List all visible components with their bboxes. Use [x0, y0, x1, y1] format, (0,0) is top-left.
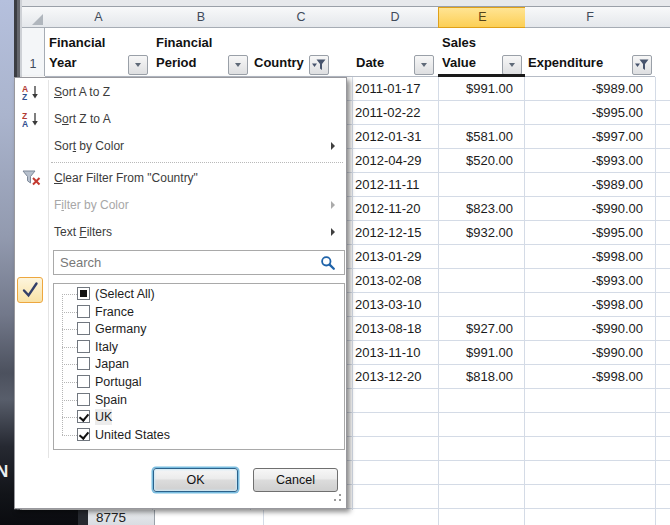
sales-value-cell[interactable]: $927.00 — [438, 317, 513, 340]
checkbox[interactable] — [77, 410, 90, 423]
expenditure-cell[interactable]: -$998.00 — [524, 293, 643, 316]
sales-value-cell[interactable]: $932.00 — [438, 221, 513, 244]
expenditure-cell[interactable]: -$990.00 — [524, 317, 643, 340]
checkbox[interactable] — [77, 357, 90, 370]
expenditure-cell[interactable]: -$998.00 — [524, 365, 643, 388]
filter-active-button-expenditure[interactable] — [632, 55, 652, 75]
column-header-c[interactable]: C — [250, 7, 353, 28]
tree-connector-stub — [62, 382, 77, 383]
filter-active-button-country[interactable] — [309, 55, 329, 75]
menu-item-sort-z-to-a[interactable]: Z A Sort Z to A — [15, 106, 345, 133]
menu-item-text-filters[interactable]: Text Filters — [15, 219, 345, 246]
expenditure-cell[interactable]: -$990.00 — [524, 341, 643, 364]
list-item[interactable]: Germany — [54, 321, 344, 339]
column-header-d[interactable]: D — [352, 7, 439, 28]
tree-connector-stub — [62, 400, 77, 401]
checkbox[interactable] — [77, 322, 90, 335]
menu-item-sort-a-to-z[interactable]: A Z Sort A to Z — [15, 79, 345, 106]
checkbox[interactable] — [77, 375, 90, 388]
chevron-down-icon — [421, 63, 427, 67]
menu-item-filter-by-color[interactable]: Filter by Color — [15, 192, 345, 219]
row-header-1[interactable]: 1 — [22, 28, 45, 76]
tree-connector-stub — [62, 347, 77, 348]
list-item-label: Spain — [95, 392, 127, 408]
list-item[interactable]: Japan — [54, 356, 344, 374]
list-item-label: UK — [95, 409, 112, 425]
sales-value-cell[interactable]: $991.00 — [438, 341, 513, 364]
date-cell[interactable]: 2012-12-15 — [355, 221, 422, 244]
date-cell[interactable]: 2013-03-10 — [355, 293, 422, 316]
filter-dropdown-button-date[interactable] — [414, 55, 434, 75]
sales-value-cell[interactable]: $581.00 — [438, 125, 513, 148]
date-cell[interactable]: 2012-11-20 — [355, 197, 421, 220]
sales-value-cell[interactable]: $818.00 — [438, 365, 513, 388]
checkbox[interactable] — [77, 428, 90, 441]
tree-connector-stub — [62, 417, 77, 418]
expenditure-cell[interactable]: -$989.00 — [524, 173, 643, 196]
filter-dropdown-button-period[interactable] — [228, 55, 248, 75]
date-cell[interactable]: 2013-12-20 — [355, 365, 422, 388]
svg-text:A: A — [22, 119, 28, 128]
checkbox[interactable] — [77, 393, 90, 406]
apply-check-button[interactable] — [17, 277, 43, 303]
column-header-e-selected[interactable]: E — [438, 7, 527, 28]
filter-dropdown-button-value[interactable] — [502, 55, 522, 75]
expenditure-cell[interactable]: -$995.00 — [524, 221, 643, 244]
select-all-corner[interactable] — [22, 7, 46, 28]
column-header-g-partial[interactable] — [655, 7, 670, 28]
sales-value-cell[interactable]: $991.00 — [438, 77, 513, 100]
column-header-a[interactable]: A — [45, 7, 153, 28]
expenditure-cell[interactable]: -$998.00 — [524, 245, 643, 268]
expenditure-cell[interactable]: -$993.00 — [524, 149, 643, 172]
tree-connector-stub — [62, 435, 77, 436]
date-cell[interactable]: 2013-11-10 — [355, 341, 421, 364]
expenditure-cell[interactable]: -$990.00 — [524, 197, 643, 220]
list-item[interactable]: Portugal — [54, 374, 344, 392]
cell-c1[interactable]: Country — [250, 28, 352, 77]
list-item-label: France — [95, 304, 134, 320]
date-cell[interactable]: 2013-01-29 — [355, 245, 422, 268]
chevron-down-icon — [235, 63, 241, 67]
list-item[interactable]: France — [54, 304, 344, 322]
column-header-f[interactable]: F — [525, 7, 656, 28]
funnel-filter-icon — [312, 59, 326, 71]
autofilter-menu: A Z Sort A to Z Z A Sort Z to A Sort by … — [14, 77, 347, 509]
expenditure-cell[interactable]: -$989.00 — [524, 77, 643, 100]
resize-grip[interactable] — [328, 494, 342, 505]
date-cell[interactable]: 2011-01-17 — [355, 77, 421, 100]
expenditure-cell[interactable]: -$993.00 — [524, 269, 643, 292]
submenu-arrow-icon — [331, 201, 335, 209]
funnel-filter-icon — [635, 59, 649, 71]
tree-connector-stub — [62, 364, 77, 365]
date-cell[interactable]: 2012-11-11 — [355, 173, 420, 196]
sales-value-cell[interactable]: $823.00 — [438, 197, 513, 220]
checkbox[interactable] — [77, 340, 90, 353]
search-input[interactable]: Search — [53, 250, 345, 275]
list-item[interactable]: (Select All) — [54, 286, 344, 304]
checkbox[interactable] — [77, 305, 90, 318]
date-cell[interactable]: 2011-02-22 — [355, 101, 421, 124]
date-cell[interactable]: 2012-04-29 — [355, 149, 422, 172]
date-cell[interactable]: 2012-01-31 — [355, 125, 422, 148]
formula-bar-bottom-strip — [22, 0, 670, 7]
row-header-8775[interactable]: 8775 — [88, 510, 155, 525]
menu-item-sort-by-color[interactable]: Sort by Color — [15, 133, 345, 160]
column-header-b[interactable]: B — [152, 7, 251, 28]
filter-value-list[interactable]: (Select All) France Germany Italy Japan … — [53, 283, 345, 450]
sales-value-cell[interactable]: $520.00 — [438, 149, 513, 172]
list-item[interactable]: Spain — [54, 392, 344, 410]
cancel-button[interactable]: Cancel — [253, 468, 338, 492]
expenditure-cell[interactable]: -$997.00 — [524, 125, 643, 148]
ok-button[interactable]: OK — [153, 468, 238, 492]
list-item-label: Portugal — [95, 374, 142, 390]
list-item[interactable]: United States — [54, 427, 344, 445]
date-cell[interactable]: 2013-02-08 — [355, 269, 422, 292]
filter-dropdown-button-year[interactable] — [128, 55, 148, 75]
date-cell[interactable]: 2013-08-18 — [355, 317, 422, 340]
menu-item-clear-filter[interactable]: Clear Filter From "Country" — [15, 165, 345, 192]
list-item[interactable]: Italy — [54, 339, 344, 357]
list-item[interactable]: UK — [54, 409, 344, 427]
expenditure-cell[interactable]: -$995.00 — [524, 101, 643, 124]
checkbox[interactable] — [77, 287, 90, 300]
list-item-label: Italy — [95, 339, 118, 355]
